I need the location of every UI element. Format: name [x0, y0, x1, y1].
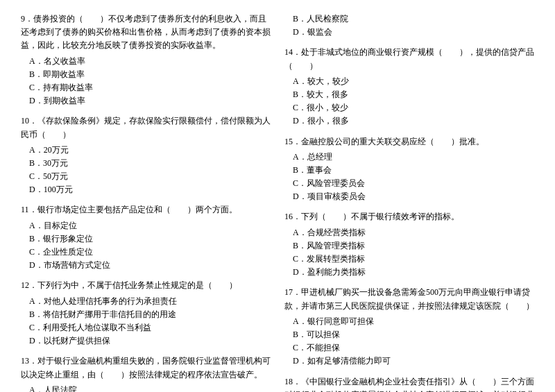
question-14-option-d: D．很小，很多 [293, 114, 534, 128]
question-11: 11．银行市场定位主要包括产品定位和（ ）两个方面。 A．目标定位 B．银行形象… [21, 203, 271, 272]
question-14-option-b: B．较大，很多 [293, 88, 534, 101]
question-14-title: 14．处于非城式地位的商业银行资产规模（ ），提供的信贷产品（ ） [284, 46, 534, 72]
question-9-title: 9．债券投资的（ ）不仅考虑到了债券所支付的利息收入，而且还考虑到了债券的购买价… [21, 12, 271, 53]
question-15-option-d: D．项目审核委员会 [293, 190, 534, 203]
question-10-option-d: D．100万元 [29, 183, 271, 196]
right-column: B．人民检察院 D．银监会 14．处于非城式地位的商业银行资产规模（ ），提供的… [284, 12, 534, 392]
question-17: 17．甲进机械厂购买一批设备急需筹金500万元向甲商业银行申请贷款，并请市第三人… [284, 286, 534, 368]
question-9-option-c: C．持有期收益率 [29, 81, 271, 94]
question-15-option-a: A．总经理 [293, 151, 534, 164]
question-13-title: 13．对于银行业金融机构重组失败的，国务院银行业监督管理机构可以决定终止重组，由… [21, 355, 271, 381]
question-15: 15．金融控股公司的重大关联交易应经（ ）批准。 A．总经理 B．董事会 C．风… [284, 135, 534, 204]
left-column: 9．债券投资的（ ）不仅考虑到了债券所支付的利息收入，而且还考虑到了债券的购买价… [21, 12, 271, 392]
question-15-option-b: B．董事会 [293, 164, 534, 177]
question-9-option-b: B．即期收益率 [29, 68, 271, 81]
question-17-option-c: C．不能担保 [293, 341, 534, 355]
two-column-layout: 9．债券投资的（ ）不仅考虑到了债券所支付的利息收入，而且还考虑到了债券的购买价… [21, 12, 534, 392]
question-11-option-d: D．市场营销方式定位 [29, 259, 271, 272]
question-15-title: 15．金融控股公司的重大关联交易应经（ ）批准。 [284, 135, 534, 148]
question-17-option-a: A．银行同意即可担保 [293, 315, 534, 328]
question-10: 10．《存款保险条例》规定，存款保险实行限额偿付，偿付限额为人民币（ ） A．2… [21, 114, 271, 196]
question-14-option-c: C．很小，较少 [293, 101, 534, 114]
question-12-option-c: C．利用受托人地位谋取不当利益 [29, 321, 271, 334]
question-16-option-b: B．风险管理类指标 [293, 239, 534, 253]
question-17-option-d: D．如有足够清偿能力即可 [293, 355, 534, 368]
question-14: 14．处于非城式地位的商业银行资产规模（ ），提供的信贷产品（ ） A．较大，较… [284, 46, 534, 128]
page-container: 9．债券投资的（ ）不仅考虑到了债券所支付的利息收入，而且还考虑到了债券的购买价… [21, 12, 534, 392]
question-12-option-b: B．将信托财产挪用于非信托目的的用途 [29, 308, 271, 321]
question-10-option-a: A．20万元 [29, 144, 271, 157]
question-17-option-b: B．可以担保 [293, 328, 534, 341]
question-13-option-a: A．人民法院 [29, 384, 271, 392]
question-11-option-b: B．银行形象定位 [29, 232, 271, 246]
question-16-title: 16．下列（ ）不属于银行绩效考评的指标。 [284, 210, 534, 223]
question-16-option-d: D．盈利能力类指标 [293, 266, 534, 279]
question-9-option-d: D．到期收益率 [29, 94, 271, 108]
question-16-option-c: C．发展转型类指标 [293, 253, 534, 266]
question-11-title: 11．银行市场定位主要包括产品定位和（ ）两个方面。 [21, 203, 271, 216]
question-11-option-a: A．目标定位 [29, 219, 271, 232]
question-9-option-a: A．名义收益率 [29, 55, 271, 68]
question-16: 16．下列（ ）不属于银行绩效考评的指标。 A．合规经营类指标 B．风险管理类指… [284, 210, 534, 279]
question-12-title: 12．下列行为中，不属于信托业务禁止性规定的是（ ） [21, 279, 271, 292]
question-16-option-a: A．合规经营类指标 [293, 226, 534, 239]
question-18-title: 18．《中国银行业金融机构企业社会责任指引》从（ ）三个方面对银行业金融机构应遵… [284, 375, 534, 393]
question-15-option-c: C．风险管理委员会 [293, 177, 534, 190]
question-12-option-a: A．对他人处理信托事务的行为承担责任 [29, 295, 271, 308]
question-17-title: 17．甲进机械厂购买一批设备急需筹金500万元向甲商业银行申请贷款，并请市第三人… [284, 286, 534, 312]
question-12-option-d: D．以托财产提供担保 [29, 334, 271, 348]
question-14-option-a: A．较大，较少 [293, 75, 534, 88]
question-10-option-c: C．50万元 [29, 170, 271, 183]
question-12: 12．下列行为中，不属于信托业务禁止性规定的是（ ） A．对他人处理信托事务的行… [21, 279, 271, 348]
question-13-option-b: B．人民检察院 [293, 12, 534, 26]
question-13: 13．对于银行业金融机构重组失败的，国务院银行业监督管理机构可以决定终止重组，由… [21, 355, 271, 392]
question-18: 18．《中国银行业金融机构企业社会责任指引》从（ ）三个方面对银行业金融机构应遵… [284, 375, 534, 393]
question-10-option-b: B．30万元 [29, 157, 271, 170]
question-11-option-c: C．企业性质定位 [29, 246, 271, 259]
question-10-title: 10．《存款保险条例》规定，存款保险实行限额偿付，偿付限额为人民币（ ） [21, 114, 271, 141]
question-13-right: B．人民检察院 D．银监会 [284, 12, 534, 39]
question-9: 9．债券投资的（ ）不仅考虑到了债券所支付的利息收入，而且还考虑到了债券的购买价… [21, 12, 271, 108]
question-13-option-d: D．银监会 [293, 26, 534, 39]
